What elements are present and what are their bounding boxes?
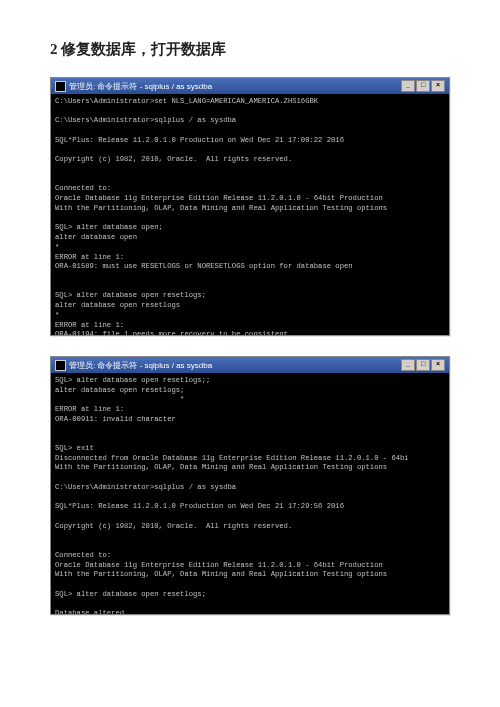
terminal-window-1: 管理员: 命令提示符 - sqlplus / as sysdba _ □ × C…: [50, 77, 450, 336]
app-icon: [55, 360, 66, 371]
close-button[interactable]: ×: [431, 80, 445, 92]
maximize-button[interactable]: □: [416, 359, 430, 371]
section-heading: 2 修复数据库，打开数据库: [50, 40, 450, 59]
titlebar-text-1: 管理员: 命令提示符 - sqlplus / as sysdba: [69, 81, 401, 92]
titlebar-2[interactable]: 管理员: 命令提示符 - sqlplus / as sysdba _ □ ×: [51, 357, 449, 373]
minimize-button[interactable]: _: [401, 359, 415, 371]
minimize-button[interactable]: _: [401, 80, 415, 92]
app-icon: [55, 81, 66, 92]
window-controls-2: _ □ ×: [401, 359, 445, 371]
close-button[interactable]: ×: [431, 359, 445, 371]
window-controls-1: _ □ ×: [401, 80, 445, 92]
titlebar-text-2: 管理员: 命令提示符 - sqlplus / as sysdba: [69, 360, 401, 371]
terminal-output-2[interactable]: SQL> alter database open resetlogs;; alt…: [51, 373, 449, 614]
terminal-output-1[interactable]: C:\Users\Administrator>set NLS_LANG=AMER…: [51, 94, 449, 335]
maximize-button[interactable]: □: [416, 80, 430, 92]
titlebar-1[interactable]: 管理员: 命令提示符 - sqlplus / as sysdba _ □ ×: [51, 78, 449, 94]
terminal-window-2: 管理员: 命令提示符 - sqlplus / as sysdba _ □ × S…: [50, 356, 450, 615]
